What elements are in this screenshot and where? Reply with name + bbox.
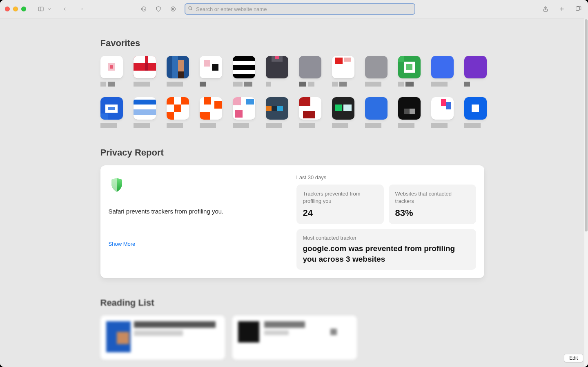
shield-icon xyxy=(109,177,125,193)
start-page-content: Favorites xyxy=(0,18,584,367)
share-button[interactable] xyxy=(541,4,550,14)
favorite-item[interactable] xyxy=(431,97,454,128)
svg-point-3 xyxy=(171,7,176,11)
search-icon xyxy=(188,5,193,13)
favorite-item[interactable] xyxy=(464,97,487,128)
privacy-summary: Safari prevents trackers from profiling … xyxy=(109,174,288,270)
favorite-item[interactable] xyxy=(100,97,123,128)
trackers-prevented-stat[interactable]: Trackers prevented from profiling you 24 xyxy=(296,185,384,224)
reading-list-item[interactable] xyxy=(100,316,225,360)
stat-label: Websites that contacted trackers xyxy=(395,190,470,205)
most-contacted-label: Most contacted tracker xyxy=(303,235,470,241)
favorite-item[interactable] xyxy=(299,56,321,87)
show-more-link[interactable]: Show More xyxy=(109,241,288,247)
url-input[interactable] xyxy=(185,3,415,15)
scrollbar-thumb[interactable] xyxy=(585,19,588,231)
reading-list-heading: Reading List xyxy=(100,298,484,308)
new-tab-button[interactable] xyxy=(557,4,567,14)
favorite-item[interactable] xyxy=(431,56,454,87)
favorite-item[interactable] xyxy=(233,97,255,128)
close-window-button[interactable] xyxy=(5,7,10,11)
svg-rect-10 xyxy=(576,7,580,11)
favorites-heading: Favorites xyxy=(100,38,484,49)
favorite-item[interactable] xyxy=(266,97,288,128)
tab-overview-button[interactable] xyxy=(573,4,583,14)
favorite-item[interactable] xyxy=(200,56,222,87)
favorite-item[interactable] xyxy=(299,97,321,128)
favorite-item[interactable] xyxy=(100,56,123,87)
favorite-item[interactable] xyxy=(332,97,354,128)
favorites-grid xyxy=(100,56,484,128)
favorite-item[interactable] xyxy=(167,56,189,87)
favorite-item[interactable] xyxy=(167,97,189,128)
favorite-item[interactable] xyxy=(266,56,288,87)
svg-point-5 xyxy=(189,7,192,9)
forward-button[interactable] xyxy=(77,4,87,14)
sidebar-dropdown-button[interactable] xyxy=(47,4,52,14)
most-contacted-text: google.com was prevented from profiling … xyxy=(303,243,470,264)
browser-window: Favorites xyxy=(0,0,588,367)
minimize-window-button[interactable] xyxy=(13,7,18,11)
favorite-item[interactable] xyxy=(134,56,156,87)
last-30-days-label: Last 30 days xyxy=(296,174,476,180)
privacy-shield-icon[interactable] xyxy=(154,4,163,14)
privacy-report-card: Safari prevents trackers from profiling … xyxy=(100,165,484,278)
window-controls xyxy=(5,7,26,11)
sidebar-toggle-button[interactable] xyxy=(36,4,46,14)
toolbar xyxy=(0,0,588,18)
edit-button[interactable]: Edit xyxy=(564,354,583,362)
favorite-item[interactable] xyxy=(332,56,354,87)
favorite-item[interactable] xyxy=(398,56,421,87)
stat-value: 83% xyxy=(395,208,470,218)
fullscreen-window-button[interactable] xyxy=(21,7,26,11)
reading-list-row xyxy=(100,316,484,360)
privacy-summary-text: Safari prevents trackers from profiling … xyxy=(109,208,288,215)
svg-line-6 xyxy=(191,9,192,10)
favorite-item[interactable] xyxy=(200,97,222,128)
website-settings-icon[interactable] xyxy=(168,4,178,14)
favorite-item[interactable] xyxy=(464,56,487,87)
websites-contacted-stat[interactable]: Websites that contacted trackers 83% xyxy=(389,185,476,224)
privacy-report-heading: Privacy Report xyxy=(100,147,484,158)
vertical-scrollbar[interactable] xyxy=(584,18,588,367)
svg-rect-0 xyxy=(38,7,43,11)
back-button[interactable] xyxy=(60,4,69,14)
most-contacted-tracker[interactable]: Most contacted tracker google.com was pr… xyxy=(296,229,476,270)
favorite-item[interactable] xyxy=(365,97,388,128)
svg-point-4 xyxy=(172,8,174,10)
grammarly-extension-icon[interactable] xyxy=(139,4,149,14)
stat-label: Trackers prevented from profiling you xyxy=(303,190,377,205)
favorite-item[interactable] xyxy=(233,56,255,87)
stat-value: 24 xyxy=(303,208,377,218)
favorite-item[interactable] xyxy=(365,56,388,87)
svg-point-2 xyxy=(142,7,146,11)
reading-list-item[interactable] xyxy=(232,316,357,360)
favorite-item[interactable] xyxy=(398,97,421,128)
favorite-item[interactable] xyxy=(134,97,156,128)
url-bar-container xyxy=(185,3,415,15)
